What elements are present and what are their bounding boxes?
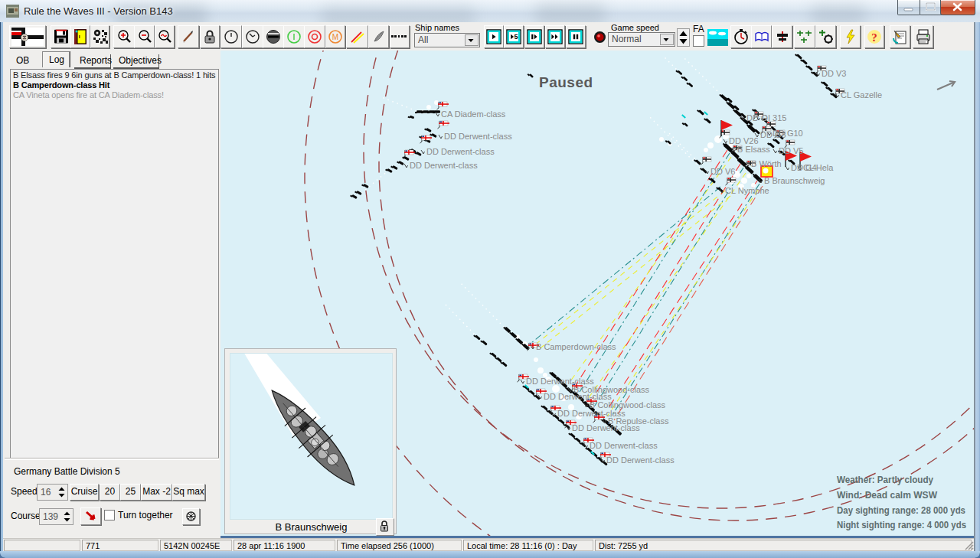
svg-text:Day sighting range: 28 000 yds: Day sighting range: 28 000 yds	[837, 505, 965, 516]
svg-text:DD Derwent-class: DD Derwent-class	[572, 423, 640, 432]
svg-text:DI 315: DI 315	[762, 113, 786, 122]
svg-text:CL Gazelle: CL Gazelle	[841, 90, 882, 100]
svg-text:B Wörth: B Wörth	[751, 159, 782, 168]
svg-text:DD G8: DD G8	[760, 130, 786, 139]
svg-text:CL Hela: CL Hela	[803, 163, 834, 172]
svg-text:Night sighting range: 4 000 yd: Night sighting range: 4 000 yds	[837, 520, 966, 530]
svg-text:DD Derwent-class: DD Derwent-class	[444, 132, 512, 141]
svg-text:Weather: Partly cloudy: Weather: Partly cloudy	[837, 475, 933, 485]
svg-text:Paused: Paused	[539, 74, 593, 90]
svg-text:Wind: Dead calm WSW: Wind: Dead calm WSW	[837, 490, 937, 501]
svg-text:CA Diadem-class: CA Diadem-class	[441, 109, 506, 119]
svg-text:DD V3: DD V3	[822, 69, 846, 78]
svg-text:DD V6: DD V6	[710, 167, 735, 176]
svg-text:B Camperdown-class: B Camperdown-class	[536, 342, 616, 351]
svg-text:B Braunschweig: B Braunschweig	[764, 176, 825, 185]
svg-text:DD Derwent-class: DD Derwent-class	[606, 455, 675, 465]
svg-text:DD Derwent-class: DD Derwent-class	[590, 441, 658, 450]
svg-text:DD Derwent-class: DD Derwent-class	[410, 161, 478, 170]
svg-text:M: M	[332, 33, 338, 41]
svg-text:CL Nymphe: CL Nymphe	[725, 186, 769, 195]
svg-text:5: 5	[514, 33, 518, 41]
svg-text:DD V5: DD V5	[779, 146, 803, 155]
svg-text:DD Derwent-class: DD Derwent-class	[426, 147, 495, 156]
svg-text:?: ?	[871, 31, 877, 44]
svg-text:B Elsass: B Elsass	[737, 145, 770, 154]
